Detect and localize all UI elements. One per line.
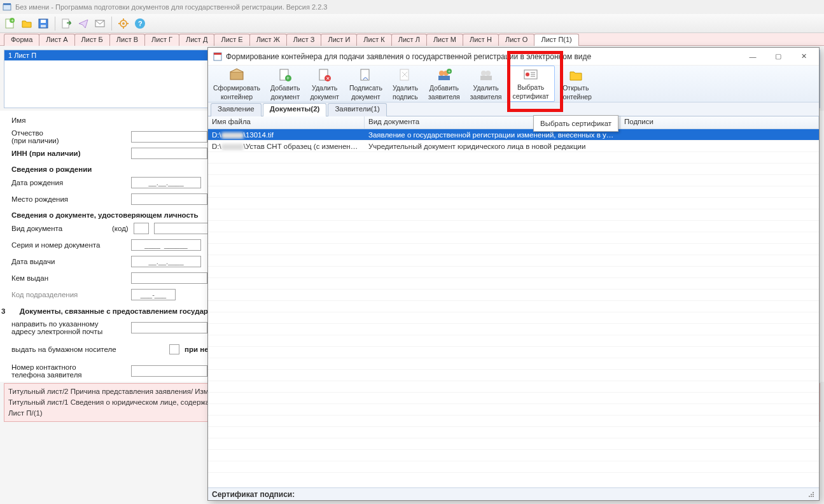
birth-date-field[interactable] (131, 177, 201, 188)
svg-rect-0 (3, 4, 11, 10)
col-signatures[interactable]: Подписи (620, 116, 819, 129)
label-paper: выдать на бумажном носителе (11, 346, 164, 353)
patronymic-field[interactable] (131, 131, 207, 143)
delete-document-button[interactable]: ✕Удалитьдокумент (305, 66, 344, 102)
sign-document-button[interactable]: Подписатьдокумент (344, 66, 388, 102)
phone-field[interactable] (131, 365, 207, 377)
issue-date-field[interactable] (131, 256, 201, 267)
delete-signature-button[interactable]: Удалитьподпись (388, 66, 423, 102)
svg-text:✕: ✕ (326, 76, 330, 81)
tab-list-b[interactable]: Лист Б (74, 34, 110, 46)
save-icon[interactable] (36, 16, 51, 31)
label-birth-place: Место рождения (11, 195, 126, 203)
tab-list-a[interactable]: Лист А (39, 34, 74, 46)
sheet-tabs: Форма Лист А Лист Б Лист В Лист Г Лист Д… (0, 33, 824, 46)
label-phone: Номер контактноготелефона заявителя (11, 363, 126, 379)
export-icon[interactable] (59, 16, 74, 31)
issued-by-field[interactable] (131, 272, 207, 284)
tab-list-z[interactable]: Лист З (286, 34, 322, 46)
form-container-button[interactable]: Сформироватьконтейнер (208, 66, 265, 102)
grid-header: Имя файла Вид документа Подписи (208, 116, 819, 129)
tab-list-l[interactable]: Лист Л (391, 34, 427, 46)
grid-body[interactable]: D:\xxxxxx\13014.tifЗаявление о государст… (208, 129, 819, 487)
send-icon[interactable] (76, 16, 91, 31)
tab-documents[interactable]: Документы(2) (263, 103, 327, 116)
tab-list-k[interactable]: Лист К (356, 34, 391, 46)
label-series: Серия и номер документа (11, 241, 126, 249)
svg-rect-8 (62, 19, 69, 28)
label-name: Имя (11, 116, 126, 124)
inn-field[interactable] (131, 148, 207, 159)
footer-label: Сертификат подписи: (212, 490, 295, 499)
tab-list-d[interactable]: Лист Д (179, 34, 214, 46)
gear-icon[interactable] (116, 16, 131, 31)
tab-list-n[interactable]: Лист Н (463, 34, 499, 46)
label-inn: ИНН (при наличии) (11, 150, 126, 157)
svg-rect-46 (811, 496, 812, 497)
label-send-email: направить по указанномуадресу электронно… (11, 320, 126, 335)
table-row[interactable]: D:\xxxxxx\13014.tifЗаявление о государст… (208, 129, 819, 141)
svg-rect-27 (361, 69, 369, 80)
label-doc-type: Вид документа (11, 225, 107, 232)
add-document-button[interactable]: +Добавитьдокумент (265, 66, 305, 102)
svg-rect-45 (809, 496, 810, 497)
tab-list-o[interactable]: Лист О (498, 34, 535, 46)
svg-rect-42 (813, 492, 814, 493)
delete-applicant-button[interactable]: Удалитьзаявителя (465, 66, 507, 102)
col-filename[interactable]: Имя файла (208, 116, 365, 129)
tab-list-v[interactable]: Лист В (109, 34, 145, 46)
mail-icon[interactable] (92, 16, 108, 31)
label-subdivision: Код подразделения (11, 291, 126, 298)
svg-point-34 (481, 71, 486, 76)
tab-application[interactable]: Заявление (211, 103, 262, 116)
label-birth-date: Дата рождения (11, 179, 126, 186)
table-row[interactable]: D:\xxxxxx\Устав СНТ образец (с изменени…… (208, 141, 819, 152)
dialog-icon (213, 52, 222, 61)
tab-list-m[interactable]: Лист М (426, 34, 463, 46)
series-field[interactable] (131, 239, 201, 251)
tab-list-i[interactable]: Лист И (321, 34, 357, 46)
tab-list-zh[interactable]: Лист Ж (249, 34, 287, 46)
maximize-button[interactable]: ▢ (765, 48, 791, 66)
label-doc-code: (код) (112, 225, 129, 232)
svg-point-11 (122, 22, 125, 25)
label-issue-date: Дата выдачи (11, 258, 126, 265)
birth-place-field[interactable] (131, 193, 207, 205)
label-issued-by: Кем выдан (11, 274, 126, 282)
svg-rect-1 (3, 3, 11, 5)
paper-checkbox[interactable] (169, 344, 179, 354)
svg-text:+: + (448, 69, 450, 74)
tab-list-p1[interactable]: Лист П(1) (534, 34, 578, 46)
svg-rect-47 (813, 496, 814, 497)
tab-form[interactable]: Форма (4, 34, 39, 46)
app-icon (3, 3, 11, 11)
title-bar: Без имени - Программа подготовки докумен… (0, 0, 824, 14)
svg-rect-44 (813, 494, 814, 495)
svg-rect-19 (214, 53, 221, 55)
svg-rect-7 (41, 25, 46, 27)
add-applicant-button[interactable]: +Добавитьзаявителя (423, 66, 465, 102)
tab-applicants[interactable]: Заявители(1) (328, 103, 386, 116)
minimize-button[interactable]: — (740, 48, 765, 66)
app-title: Без имени - Программа подготовки докумен… (15, 3, 327, 11)
doc-type-field[interactable] (154, 223, 211, 234)
svg-text:+: + (286, 75, 290, 81)
svg-point-29 (439, 71, 444, 76)
help-icon[interactable]: ? (132, 16, 148, 31)
resize-grip-icon[interactable] (807, 491, 815, 498)
new-icon[interactable]: + (3, 16, 18, 31)
highlight-box (507, 51, 563, 112)
doc-code-field[interactable] (134, 223, 149, 234)
subdivision-field[interactable] (131, 289, 176, 300)
svg-rect-36 (480, 76, 492, 80)
close-button[interactable]: ✕ (791, 48, 816, 66)
svg-rect-43 (811, 494, 812, 495)
section3-num: 3 (1, 307, 5, 315)
dialog-footer: Сертификат подписи: (208, 487, 819, 500)
svg-rect-31 (438, 76, 450, 80)
email-field[interactable] (131, 322, 207, 333)
tab-list-g[interactable]: Лист Г (144, 34, 179, 46)
open-icon[interactable] (19, 16, 34, 31)
tab-list-e[interactable]: Лист Е (214, 34, 249, 46)
tooltip: Выбрать сертификат (533, 115, 618, 132)
